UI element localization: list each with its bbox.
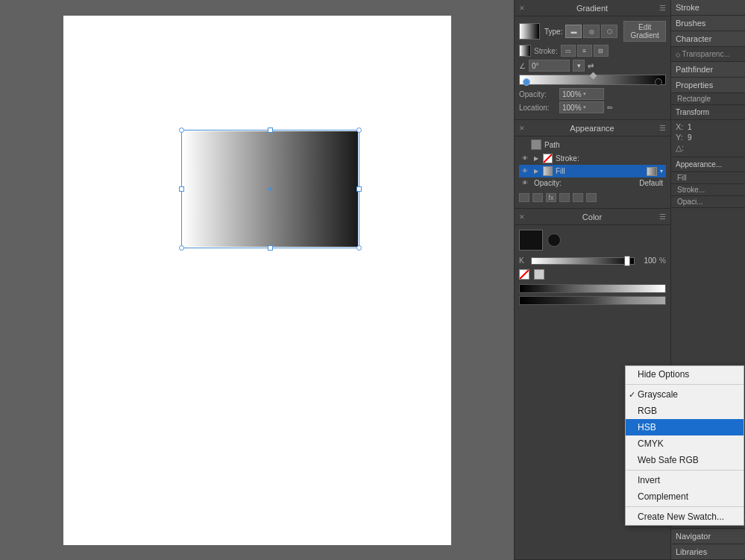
gradient-bar[interactable] bbox=[519, 75, 666, 85]
x-value: 1 bbox=[688, 123, 692, 131]
handle-top-mid[interactable] bbox=[268, 128, 273, 133]
linear-gradient-btn[interactable]: ▬ bbox=[565, 25, 582, 38]
appearance-trash-btn[interactable] bbox=[586, 193, 597, 202]
stroke-btn-1[interactable]: ▭ bbox=[561, 45, 576, 57]
edit-gradient-btn[interactable]: Edit Gradient bbox=[623, 21, 666, 42]
y-value: 9 bbox=[688, 133, 692, 142]
rgb-item[interactable]: RGB bbox=[626, 403, 744, 419]
color-panel-menu[interactable]: ☰ bbox=[659, 213, 666, 221]
transform-panel-header[interactable]: Transform bbox=[671, 105, 745, 120]
hsb-item[interactable]: HSB bbox=[626, 419, 744, 435]
angle-label: △: bbox=[676, 143, 686, 153]
appearance-panel: ✕ Appearance ☰ Path 👁 ▶ Stroke: 👁 ▶ Fill bbox=[515, 120, 670, 209]
opacity-value-dropdown[interactable]: 100% ▾ bbox=[559, 88, 604, 100]
appearance2-panel-header[interactable]: Appearance... bbox=[671, 157, 745, 172]
path-label: Path bbox=[544, 141, 560, 149]
complement-item[interactable]: Complement bbox=[626, 488, 744, 505]
fill-arrow-icon[interactable]: ▶ bbox=[534, 168, 540, 174]
character-panel-header[interactable]: Character bbox=[671, 31, 745, 47]
angle-icon: ∠ bbox=[519, 62, 526, 70]
eyedropper-icon[interactable]: ✏ bbox=[607, 104, 613, 112]
stroke-appearance-row: 👁 ▶ Stroke: bbox=[519, 152, 666, 165]
appearance-menu-btn[interactable] bbox=[573, 193, 583, 202]
gradient-type-row: Type: ▬ ◎ ⬡ Edit Gradient bbox=[519, 21, 666, 42]
stroke-label: Stroke: bbox=[534, 47, 558, 55]
location-label: Location: bbox=[519, 104, 556, 112]
stroke-eye-icon[interactable]: 👁 bbox=[522, 155, 531, 162]
cmyk-item[interactable]: CMYK bbox=[626, 435, 744, 452]
location-value-dropdown[interactable]: 100% ▾ bbox=[559, 101, 604, 113]
rgb-label: RGB bbox=[638, 406, 657, 416]
appearance-del-btn[interactable] bbox=[559, 193, 570, 202]
navigator-panel-header[interactable]: Navigator bbox=[671, 529, 745, 544]
fill-appearance-row[interactable]: 👁 ▶ Fill ▾ bbox=[519, 165, 666, 177]
handle-bottom-mid[interactable] bbox=[268, 245, 273, 251]
stroke-swatch bbox=[519, 45, 531, 57]
fill-eye-icon[interactable]: 👁 bbox=[522, 168, 531, 174]
handle-top-left[interactable] bbox=[179, 128, 184, 133]
appearance-fx-btn[interactable]: fx bbox=[546, 193, 556, 202]
opacity-attr-value: Default bbox=[639, 179, 663, 187]
hide-options-item[interactable]: Hide Options bbox=[626, 366, 744, 383]
properties-panel-header[interactable]: Properties bbox=[671, 78, 745, 93]
appearance-panel-close[interactable]: ✕ bbox=[519, 125, 525, 132]
opacity-eye-icon[interactable]: 👁 bbox=[522, 180, 531, 186]
dark-spectrum-bar[interactable] bbox=[519, 296, 666, 305]
coord-display: X: 1 Y: 9 △: bbox=[671, 120, 745, 157]
opacity-label: Opacity: bbox=[519, 90, 556, 98]
stroke-btn-2[interactable]: ≡ bbox=[577, 45, 592, 57]
appearance-dup-btn[interactable] bbox=[532, 193, 543, 202]
web-safe-rgb-item[interactable]: Web Safe RGB bbox=[626, 452, 744, 468]
transparency-label: Transparenc... bbox=[682, 50, 730, 58]
web-safe-rgb-label: Web Safe RGB bbox=[638, 455, 699, 465]
fill-dropdown-arrow[interactable]: ▾ bbox=[660, 168, 663, 174]
color-panel-close[interactable]: ✕ bbox=[519, 213, 525, 221]
location-value: 100% bbox=[562, 104, 582, 112]
complement-label: Complement bbox=[638, 491, 688, 502]
angle-dropdown[interactable]: ▾ bbox=[573, 60, 585, 72]
handle-top-right[interactable] bbox=[356, 128, 362, 133]
k-slider-track[interactable] bbox=[531, 257, 635, 265]
gradient-panel-menu[interactable]: ☰ bbox=[659, 4, 666, 12]
gradient-mid-diamond[interactable] bbox=[589, 72, 597, 80]
color-circle[interactable] bbox=[547, 233, 561, 247]
k-slider-thumb[interactable] bbox=[624, 256, 630, 266]
gradient-stop-right[interactable] bbox=[655, 78, 662, 86]
invert-item[interactable]: Invert bbox=[626, 472, 744, 488]
gamut-swatch[interactable] bbox=[534, 269, 544, 280]
stroke-arrow-icon[interactable]: ▶ bbox=[534, 155, 540, 162]
opacity-dropdown-arrow: ▾ bbox=[583, 91, 586, 97]
angle-row: ∠ ▾ ⇄ bbox=[519, 60, 666, 72]
color-main-swatch[interactable] bbox=[519, 230, 543, 251]
brushes-panel-header[interactable]: Brushes bbox=[671, 16, 745, 31]
gradient-stop-left[interactable] bbox=[523, 78, 530, 86]
create-new-swatch-item[interactable]: Create New Swatch... bbox=[626, 509, 744, 525]
pathfinder-panel-header[interactable]: Pathfinder bbox=[671, 62, 745, 78]
spectrum-bar[interactable] bbox=[519, 284, 666, 293]
canvas-object[interactable] bbox=[183, 131, 358, 247]
gradient-rect bbox=[183, 131, 358, 247]
grayscale-checkmark: ✓ bbox=[629, 390, 635, 400]
appearance-panel-menu[interactable]: ☰ bbox=[659, 124, 666, 132]
freeform-gradient-btn[interactable]: ⬡ bbox=[601, 25, 617, 38]
fill-subitem: Fill bbox=[671, 172, 745, 184]
gradient-panel-close[interactable]: ✕ bbox=[519, 4, 525, 12]
libraries-panel-header[interactable]: Libraries bbox=[671, 544, 745, 560]
handle-bottom-right[interactable] bbox=[356, 245, 362, 251]
appearance-content: Path 👁 ▶ Stroke: 👁 ▶ Fill ▾ 👁 Opacity: D… bbox=[515, 136, 670, 208]
handle-bottom-left[interactable] bbox=[179, 245, 184, 251]
appearance-add-btn[interactable] bbox=[519, 193, 529, 202]
handle-mid-left[interactable] bbox=[179, 186, 184, 192]
stroke-attr-label: Stroke: bbox=[556, 154, 663, 163]
path-icon bbox=[531, 139, 541, 150]
transparency-panel-header[interactable]: ◇ Transparenc... bbox=[671, 47, 745, 62]
grayscale-item[interactable]: ✓ Grayscale bbox=[626, 386, 744, 403]
angle-input[interactable] bbox=[529, 60, 570, 72]
location-dropdown-arrow: ▾ bbox=[583, 104, 586, 110]
radial-gradient-btn[interactable]: ◎ bbox=[583, 25, 600, 38]
stroke-panel-header[interactable]: Stroke bbox=[671, 0, 745, 16]
reverse-icon[interactable]: ⇄ bbox=[588, 62, 594, 70]
stroke-btn-3[interactable]: ⊟ bbox=[594, 45, 609, 57]
handle-mid-right[interactable] bbox=[356, 186, 362, 192]
y-label: Y: bbox=[676, 133, 686, 142]
